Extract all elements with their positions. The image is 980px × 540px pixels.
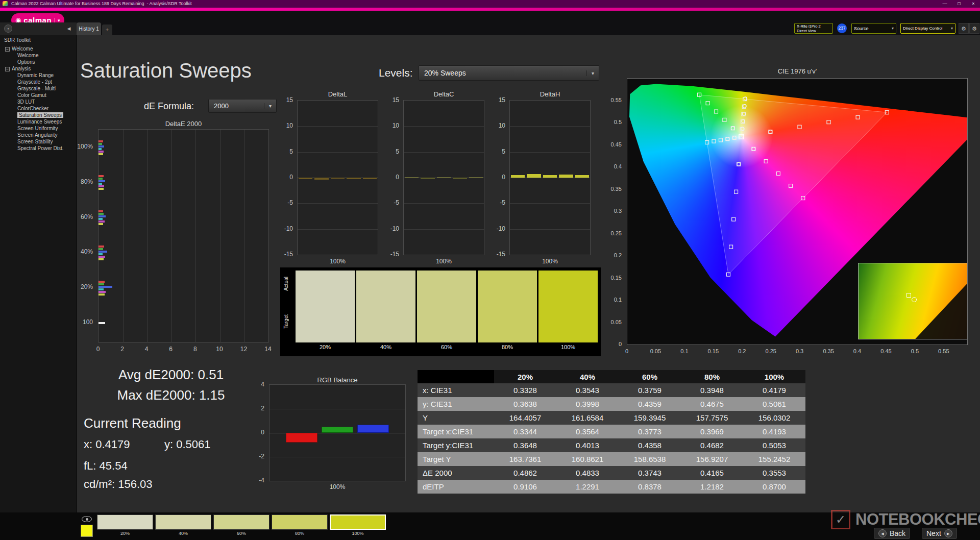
deltah-title: DeltaH [509, 90, 591, 98]
axis-tick-label: -2 [259, 453, 264, 460]
sidebar-item-3-analysis[interactable]: −Analysis [0, 65, 77, 72]
table-value-cell: 160.8621 [556, 452, 619, 466]
sidebar-item-label: Screen Angularity [17, 132, 57, 138]
source-dropdown[interactable]: Source ▾ [851, 23, 896, 34]
table-value-cell: 0.3743 [619, 466, 681, 480]
filmstrip-thumb-60[interactable]: 60% [213, 514, 270, 538]
table-value-cell: 0.4862 [494, 466, 556, 480]
next-label: Next [926, 529, 941, 537]
levels-value: 20% Sweeps [419, 69, 586, 77]
avg-de2000: Avg dE2000: 0.51 [77, 364, 265, 385]
axis-tick-label: 60% [81, 213, 93, 220]
sidebar-item-5-grayscale-2pt[interactable]: Grayscale - 2pt [0, 79, 77, 85]
chevron-down-icon: ▾ [892, 26, 894, 31]
patch-filmstrip: 20%40%60%80%100% [97, 514, 485, 539]
tab-history-1[interactable]: History 1 [77, 22, 101, 35]
de-formula-dropdown[interactable]: 2000 ▾ [208, 99, 277, 113]
sidebar-item-12-screen-uniformity[interactable]: Screen Uniformity [0, 125, 77, 132]
table-value-cell: 0.4013 [556, 438, 619, 452]
settings-gear-button[interactable]: ⚙ [959, 23, 969, 34]
gridline [195, 130, 196, 342]
next-button[interactable]: Next ▶ [922, 528, 957, 539]
sidebar-item-15-spectral-power-dist[interactable]: Spectral Power Dist. [0, 145, 77, 152]
display-control-dropdown[interactable]: Direct Display Control ▾ [900, 23, 955, 34]
delta-e-bar [99, 185, 104, 187]
collapse-sidebar-icon[interactable]: ◀ [65, 24, 73, 33]
axis-tick-label: 4 [261, 381, 264, 388]
sidebar-item-7-color-gamut[interactable]: Color Gamut [0, 92, 77, 99]
max-de2000: Max dE2000: 1.15 [77, 385, 265, 405]
axis-tick-label: 0.5 [911, 348, 919, 354]
table-value-cell: 0.3543 [556, 383, 619, 397]
back-button[interactable]: ◀ Back [874, 528, 910, 539]
table-value-cell: 0.3948 [681, 383, 743, 397]
close-button[interactable]: × [967, 0, 980, 8]
sidebar-item-4-dynamic-range[interactable]: Dynamic Range [0, 72, 77, 79]
deltae-y-axis: 100%80%60%40%20%100 [70, 129, 95, 342]
settings-gear-button-2[interactable]: ⚙ [969, 23, 979, 34]
axis-tick-label: 8 [193, 346, 197, 353]
axis-tick-label: 0.45 [880, 348, 891, 354]
sidebar-item-0-welcome[interactable]: −Welcome [0, 45, 77, 52]
levels-label: Levels: [379, 67, 413, 79]
sidebar-item-10-saturation-sweeps[interactable]: Saturation Sweeps [0, 112, 77, 118]
sidebar-item-9-colorchecker[interactable]: ColorChecker [0, 105, 77, 112]
sidebar-item-label: Grayscale - 2pt [17, 79, 52, 85]
meter-selector-button[interactable]: X-Rite i1Pro 2 Direct View [794, 23, 833, 34]
filmstrip-thumb-80[interactable]: 80% [272, 514, 328, 538]
levels-dropdown[interactable]: 20% Sweeps ▾ [419, 65, 599, 81]
title-bar: Calman 2022 Calman Ultimate for Business… [0, 0, 980, 8]
maximize-button[interactable]: □ [952, 0, 966, 8]
collapse-minus-icon[interactable]: − [5, 47, 10, 52]
table-value-cell: 0.4358 [619, 438, 681, 452]
axis-tick-label: 15 [286, 96, 293, 104]
sidebar-item-1-welcome[interactable]: Welcome [0, 52, 77, 59]
delta-e-bar [99, 223, 103, 225]
filmstrip-thumb-100[interactable]: 100% [330, 514, 386, 538]
workflow-menu-button[interactable]: ● [4, 24, 12, 33]
gridline [298, 152, 378, 153]
delta-bar [405, 177, 419, 178]
sidebar-item-14-screen-stability[interactable]: Screen Stability [0, 138, 77, 145]
sidebar-item-13-screen-angularity[interactable]: Screen Angularity [0, 132, 77, 138]
filmstrip-thumb-20[interactable]: 20% [97, 514, 153, 538]
collapse-minus-icon[interactable]: − [5, 67, 10, 71]
delta-e-bar [99, 148, 102, 150]
axis-tick-label: 0.05 [611, 319, 622, 325]
table-value-cell: 1.2182 [681, 480, 743, 494]
inset-target-square [906, 293, 911, 298]
thumb-label: 20% [97, 530, 153, 537]
gridline [404, 178, 484, 178]
saturation-swatch-20 [296, 271, 355, 342]
reading-fl: fL: 45.54 [84, 459, 128, 473]
table-value-cell: 164.4057 [494, 411, 556, 425]
chevron-down-icon: ▾ [951, 26, 953, 31]
new-tab-button[interactable]: + [102, 24, 112, 35]
delta-e-bar [99, 153, 103, 155]
delta-e-bar [99, 288, 104, 290]
delta-e-bar [99, 140, 103, 142]
axis-tick-label: -15 [284, 251, 293, 258]
axis-tick-label: 0.1 [680, 348, 688, 354]
rgb-balance-title: RGB Balance [269, 376, 406, 384]
delta-bar [437, 177, 451, 178]
sidebar-item-6-grayscale-multi[interactable]: Grayscale - Multi [0, 85, 77, 92]
table-value-cell: 0.3998 [556, 397, 619, 411]
sidebar-item-2-options[interactable]: Options [0, 59, 77, 65]
axis-tick-label: 0 [396, 174, 399, 181]
sidebar-item-11-luminance-sweeps[interactable]: Luminance Sweeps [0, 118, 77, 125]
inset-measured-circle [912, 297, 917, 302]
delta-bar [347, 178, 360, 179]
deltah-plot [509, 100, 591, 255]
filmstrip-thumb-40[interactable]: 40% [155, 514, 211, 538]
delta-bar [511, 175, 525, 178]
sidebar-item-8-3d-lut[interactable]: 3D LUT [0, 99, 77, 105]
bottom-patch-bar: 20%40%60%80%100% ◀ Back Next ▶ [0, 512, 980, 540]
table-value-cell: 0.3344 [494, 425, 556, 438]
minimize-button[interactable]: — [938, 0, 951, 8]
rgb-bar-2 [357, 425, 389, 433]
axis-tick-label: 6 [169, 346, 173, 353]
table-value-cell: 0.3773 [619, 425, 681, 438]
cie-chart-title: CIE 1976 u'v' [627, 67, 968, 75]
table-value-cell: 0.4833 [556, 466, 619, 480]
